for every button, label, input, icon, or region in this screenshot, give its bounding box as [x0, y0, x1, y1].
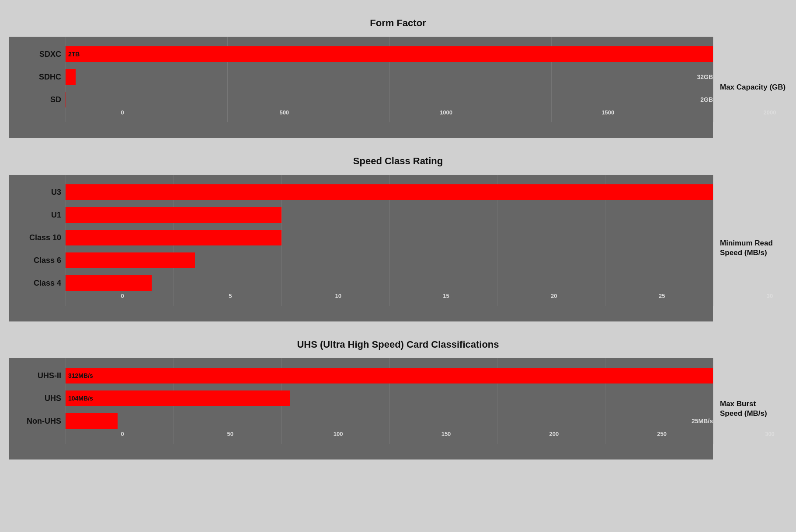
bar-label-1-2: Class 10: [9, 233, 66, 242]
bar-label-1-1: U1: [9, 211, 66, 220]
bar-label-2-2: Non-UHS: [9, 417, 66, 426]
chart-area-form-factor: SDXC2TBSDHC32GBSD2GB0500100015002000: [9, 37, 713, 138]
x-axis-uhs-classification: 050100150200250300: [122, 431, 770, 441]
bar-value-0-0: 2TB: [68, 51, 80, 58]
y-axis-label-speed-class: Minimum ReadSpeed (MB/s): [713, 238, 787, 258]
x-tick-0-2: 1000: [440, 109, 452, 116]
bar-value-outside-0-2: 2GB: [700, 96, 713, 103]
chart-row-1-2: Class 10: [9, 227, 713, 248]
bar-container-1-1: [66, 207, 713, 223]
bar-0-2: [66, 92, 66, 107]
bar-container-1-4: [66, 275, 713, 291]
chart-row-1-4: Class 4: [9, 273, 713, 294]
bar-1-2: [66, 230, 282, 245]
chart-row-0-1: SDHC32GB: [9, 66, 713, 87]
x-tick-0-3: 1500: [601, 109, 614, 116]
x-tick-2-2: 100: [334, 431, 343, 437]
x-tick-0-0: 0: [121, 109, 124, 116]
chart-title-uhs-classification: UHS (Ultra High Speed) Card Classificati…: [297, 339, 499, 350]
bar-label-0-2: SD: [9, 95, 66, 104]
bar-container-2-2: [66, 413, 689, 429]
chart-title-form-factor: Form Factor: [370, 17, 426, 29]
bar-0-0: 2TB: [66, 46, 713, 62]
chart-row-2-2: Non-UHS25MB/s: [9, 411, 713, 432]
x-tick-1-5: 25: [659, 293, 665, 299]
bar-value-2-1: 104MB/s: [68, 395, 93, 402]
x-tick-1-1: 5: [229, 293, 232, 299]
bar-2-2: [66, 413, 118, 429]
x-tick-2-4: 200: [549, 431, 559, 437]
bar-container-1-0: [66, 184, 713, 200]
x-tick-1-6: 30: [767, 293, 773, 299]
bar-2-0: 312MB/s: [66, 368, 713, 383]
bar-value-2-0: 312MB/s: [68, 372, 93, 379]
x-tick-2-6: 300: [765, 431, 775, 437]
y-axis-label-uhs-classification: Max BurstSpeed (MB/s): [713, 399, 787, 418]
x-tick-0-4: 2000: [764, 109, 776, 116]
bar-1-0: [66, 184, 713, 200]
chart-section-uhs-classification: UHS (Ultra High Speed) Card Classificati…: [9, 339, 787, 459]
chart-row-0-2: SD2GB: [9, 89, 713, 110]
bar-value-outside-0-1: 32GB: [697, 73, 713, 80]
bar-container-1-2: [66, 230, 713, 245]
bar-label-0-1: SDHC: [9, 73, 66, 82]
x-tick-2-3: 150: [441, 431, 451, 437]
chart-row-2-1: UHS104MB/s: [9, 388, 713, 409]
chart-section-speed-class: Speed Class RatingU3U1Class 10Class 6Cla…: [9, 155, 787, 321]
bar-1-1: [66, 207, 282, 223]
bar-container-0-2: [66, 92, 698, 107]
page-container: Form FactorSDXC2TBSDHC32GBSD2GB050010001…: [9, 9, 787, 468]
chart-body-form-factor: SDXC2TBSDHC32GBSD2GB0500100015002000Max …: [9, 37, 787, 138]
chart-row-0-0: SDXC2TB: [9, 44, 713, 65]
x-tick-1-4: 20: [551, 293, 557, 299]
bar-label-0-0: SDXC: [9, 50, 66, 59]
bar-1-3: [66, 252, 195, 268]
bar-container-2-0: 312MB/s: [66, 368, 713, 383]
chart-title-speed-class: Speed Class Rating: [353, 155, 443, 167]
bar-container-0-0: 2TB: [66, 46, 713, 62]
bar-label-2-1: UHS: [9, 394, 66, 403]
chart-body-uhs-classification: UHS-II312MB/sUHS104MB/sNon-UHS25MB/s0501…: [9, 358, 787, 459]
x-tick-2-5: 250: [657, 431, 667, 437]
bar-label-2-0: UHS-II: [9, 371, 66, 380]
bar-value-outside-right-2-2: 25MB/s: [692, 418, 713, 425]
bar-container-2-1: 104MB/s: [66, 390, 713, 406]
bar-label-1-3: Class 6: [9, 256, 66, 265]
y-axis-label-form-factor: Max Capacity (GB): [713, 83, 787, 92]
chart-section-form-factor: Form FactorSDXC2TBSDHC32GBSD2GB050010001…: [9, 17, 787, 138]
chart-body-speed-class: U3U1Class 10Class 6Class 4051015202530Mi…: [9, 175, 787, 321]
chart-row-2-0: UHS-II312MB/s: [9, 365, 713, 386]
chart-row-1-0: U3: [9, 182, 713, 203]
bar-label-1-0: U3: [9, 188, 66, 197]
x-tick-0-1: 500: [279, 109, 289, 116]
chart-row-1-3: Class 6: [9, 250, 713, 271]
x-tick-2-0: 0: [121, 431, 124, 437]
chart-row-1-1: U1: [9, 204, 713, 225]
bar-2-1: 104MB/s: [66, 390, 290, 406]
bar-1-4: [66, 275, 152, 291]
bar-label-1-4: Class 4: [9, 279, 66, 288]
bar-container-1-3: [66, 252, 713, 268]
bar-container-0-1: [66, 69, 694, 85]
x-tick-1-3: 15: [443, 293, 449, 299]
bar-0-1: [66, 69, 76, 85]
x-tick-2-1: 50: [227, 431, 233, 437]
chart-area-uhs-classification: UHS-II312MB/sUHS104MB/sNon-UHS25MB/s0501…: [9, 358, 713, 459]
x-axis-speed-class: 051015202530: [122, 293, 770, 303]
x-tick-1-0: 0: [121, 293, 124, 299]
x-tick-1-2: 10: [335, 293, 341, 299]
chart-area-speed-class: U3U1Class 10Class 6Class 4051015202530: [9, 175, 713, 321]
x-axis-form-factor: 0500100015002000: [122, 109, 770, 120]
